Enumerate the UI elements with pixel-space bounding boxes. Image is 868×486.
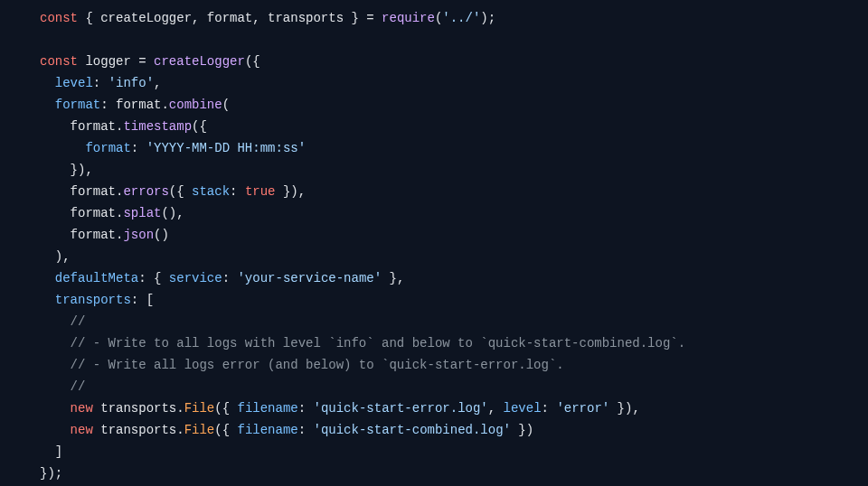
code-line: }); — [40, 463, 868, 484]
code-line: const { createLogger, format, transports… — [40, 7, 868, 29]
code-line: // - Write all logs error (and below) to… — [40, 354, 868, 376]
code-line: format.splat(), — [40, 202, 868, 224]
code-line: level: 'info', — [40, 72, 868, 94]
code-line: format: 'YYYY-MM-DD HH:mm:ss' — [40, 137, 868, 159]
code-line: transports: [ — [40, 289, 868, 311]
code-line: // - Write to all logs with level `info`… — [40, 332, 868, 354]
code-line: defaultMeta: { service: 'your-service-na… — [40, 267, 868, 289]
code-line: format.errors({ stack: true }), — [40, 181, 868, 202]
code-line: format.json() — [40, 224, 868, 246]
code-line: new transports.File({ filename: 'quick-s… — [40, 419, 868, 441]
code-line: // — [40, 376, 868, 397]
code-line: }), — [40, 159, 868, 181]
code-line: ), — [40, 246, 868, 267]
code-line: format.timestamp({ — [40, 116, 868, 137]
code-line: // — [40, 311, 868, 332]
code-line — [40, 29, 868, 51]
code-line: new transports.File({ filename: 'quick-s… — [40, 397, 868, 419]
code-block: const { createLogger, format, transports… — [40, 7, 868, 484]
code-line: format: format.combine( — [40, 94, 868, 116]
code-line: ] — [40, 441, 868, 463]
code-line: const logger = createLogger({ — [40, 51, 868, 72]
